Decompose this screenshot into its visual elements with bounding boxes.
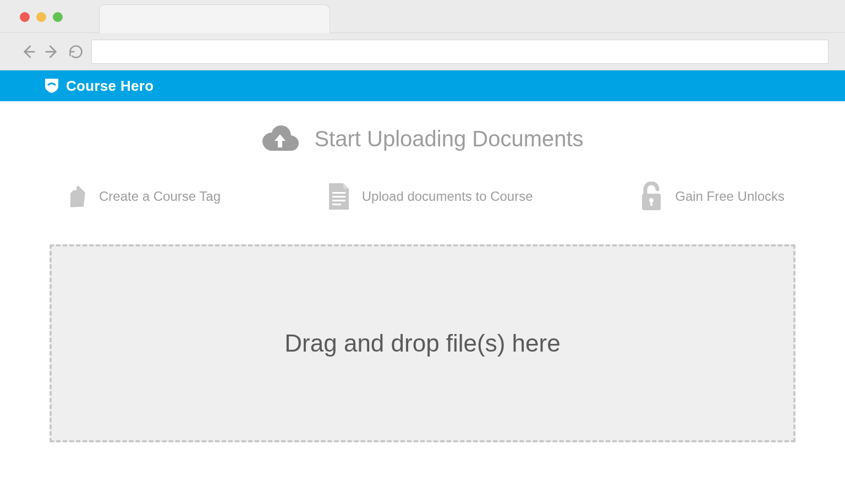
hero: Start Uploading Documents bbox=[50, 123, 795, 154]
document-icon bbox=[327, 182, 351, 211]
browser-tab[interactable] bbox=[99, 4, 330, 33]
step-gain-unlocks: Gain Free Unlocks bbox=[639, 182, 784, 211]
dropzone-text: Drag and drop file(s) here bbox=[284, 330, 560, 357]
minimize-window-button[interactable] bbox=[36, 12, 46, 22]
step-create-tag: Create a Course Tag bbox=[61, 183, 221, 210]
svg-rect-9 bbox=[650, 201, 652, 206]
tag-icon bbox=[61, 183, 88, 210]
page-content: Start Uploading Documents Create a Cours… bbox=[0, 101, 845, 504]
step-label: Create a Course Tag bbox=[99, 189, 221, 204]
steps-row: Create a Course Tag Upload documents to … bbox=[50, 182, 795, 211]
reload-button[interactable] bbox=[68, 44, 84, 59]
coursehero-logo-icon bbox=[44, 79, 59, 93]
hero-title: Start Uploading Documents bbox=[314, 127, 583, 151]
svg-rect-6 bbox=[332, 204, 341, 205]
maximize-window-button[interactable] bbox=[53, 12, 63, 22]
file-dropzone[interactable]: Drag and drop file(s) here bbox=[50, 244, 795, 442]
back-button[interactable] bbox=[20, 43, 36, 60]
site-name: Course Hero bbox=[66, 78, 153, 95]
site-header: Course Hero bbox=[0, 70, 845, 101]
step-label: Gain Free Unlocks bbox=[675, 189, 784, 204]
step-label: Upload documents to Course bbox=[362, 189, 533, 204]
svg-rect-3 bbox=[332, 192, 345, 194]
browser-titlebar bbox=[0, 0, 845, 33]
unlock-icon bbox=[639, 182, 664, 211]
close-window-button[interactable] bbox=[20, 12, 30, 22]
svg-rect-4 bbox=[332, 196, 345, 198]
browser-toolbar bbox=[0, 33, 845, 70]
url-input[interactable] bbox=[91, 40, 828, 64]
svg-rect-5 bbox=[332, 200, 345, 201]
step-upload-docs: Upload documents to Course bbox=[327, 182, 533, 211]
cloud-upload-icon bbox=[261, 123, 299, 154]
forward-button[interactable] bbox=[44, 43, 61, 60]
window-controls bbox=[20, 12, 63, 22]
